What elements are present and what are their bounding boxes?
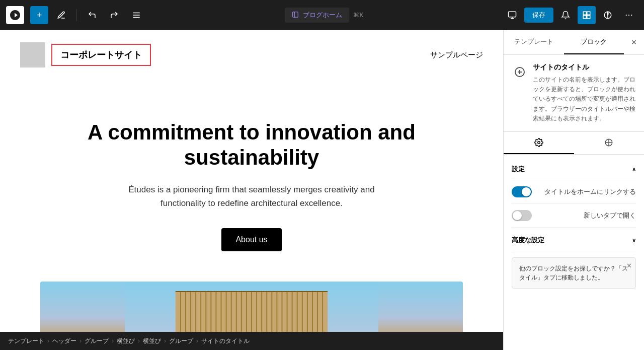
block-editor-button[interactable]	[578, 6, 596, 24]
url-text: ブログホーム	[303, 11, 342, 20]
svg-rect-5	[509, 12, 516, 17]
site-title[interactable]: コーポレートサイト	[51, 44, 151, 66]
tooltip-text: 他のブロック設定をお探しですか？「スタイル」タブに移動しました。	[519, 265, 628, 281]
block-info-text: サイトのタイトル このサイトの名前を表示します。ブロックを更新すると、ブロックが…	[533, 63, 636, 123]
divider-1	[76, 9, 77, 21]
advanced-chevron-icon	[632, 236, 636, 244]
new-tab-label: 新しいタブで開く	[584, 211, 636, 220]
panel-close-button[interactable]: ×	[624, 30, 644, 54]
hero-description: Études is a pioneering firm that seamles…	[111, 183, 392, 210]
link-home-label: タイトルをホームにリンクする	[544, 187, 636, 196]
notification-button[interactable]	[556, 6, 575, 24]
breadcrumb-site-title[interactable]: サイトのタイトル	[201, 337, 250, 345]
settings-section-header[interactable]: 設定	[512, 159, 636, 180]
add-block-button[interactable]: +	[30, 6, 48, 24]
toggle-knob	[522, 187, 531, 196]
settings-section: 設定 タイトルをホームにリンクする 新しいタブで開く	[512, 159, 636, 228]
breadcrumb-horizontal2[interactable]: 横並び	[143, 337, 161, 345]
block-info: サイトのタイトル このサイトの名前を表示します。ブロックを更新すると、ブロックが…	[512, 63, 636, 123]
more-options-button[interactable]	[620, 6, 638, 24]
svg-point-13	[626, 15, 627, 16]
canvas-content: コーポレートサイト サンプルページ A commitment to innova…	[0, 30, 503, 350]
breadcrumb-template[interactable]: テンプレート	[8, 337, 44, 345]
site-logo-area: コーポレートサイト	[20, 42, 151, 67]
svg-rect-11	[587, 16, 590, 19]
main-layout: コーポレートサイト サンプルページ A commitment to innova…	[0, 30, 644, 350]
block-title: サイトのタイトル	[533, 63, 636, 72]
settings-chevron-icon	[632, 165, 636, 173]
new-tab-toggle[interactable]	[512, 210, 532, 221]
hero-section: A commitment to innovation and sustainab…	[0, 80, 503, 282]
list-view-button[interactable]	[127, 6, 145, 24]
nav-sample-page[interactable]: サンプルページ	[430, 50, 483, 60]
tab-block[interactable]: ブロック	[564, 30, 624, 54]
toolbar-center: ブログホーム ⌘K	[149, 8, 499, 23]
svg-rect-9	[587, 12, 590, 15]
breadcrumb-horizontal1[interactable]: 横並び	[117, 337, 135, 345]
wp-logo[interactable]	[6, 6, 24, 24]
about-us-button[interactable]: About us	[221, 228, 281, 251]
settings-tab[interactable]	[504, 132, 574, 154]
panel-tabs: テンプレート ブロック ×	[504, 30, 644, 55]
url-shortcut: ⌘K	[353, 12, 363, 19]
style-tab[interactable]	[574, 132, 645, 154]
link-home-row: タイトルをホームにリンクする	[512, 180, 636, 204]
canvas-area: コーポレートサイト サンプルページ A commitment to innova…	[0, 30, 503, 350]
toolbar-right: 保存	[503, 6, 638, 24]
right-panel: テンプレート ブロック × サイトのタイトル このサイトの名前を表示します。ブロ…	[503, 30, 644, 350]
svg-rect-8	[583, 12, 586, 15]
breadcrumb-header[interactable]: ヘッダー	[52, 337, 76, 345]
hero-title: A commitment to innovation and sustainab…	[20, 120, 483, 171]
site-title-icon	[512, 64, 528, 80]
tooltip-close-button[interactable]: ×	[627, 262, 631, 270]
url-bar[interactable]: ブログホーム	[285, 8, 349, 23]
advanced-label: 高度な設定	[512, 236, 544, 245]
desktop-view-button[interactable]	[503, 6, 521, 24]
svg-point-15	[631, 15, 632, 16]
link-home-toggle[interactable]	[512, 186, 532, 197]
svg-point-14	[628, 15, 629, 16]
svg-rect-3	[293, 12, 298, 17]
new-tab-row: 新しいタブで開く	[512, 204, 636, 228]
site-header: コーポレートサイト サンプルページ	[0, 30, 503, 80]
breadcrumb-group2[interactable]: グループ	[169, 337, 193, 345]
url-icon	[292, 11, 299, 20]
redo-button[interactable]	[105, 6, 123, 24]
svg-rect-10	[583, 16, 586, 19]
toggle-knob-2	[513, 211, 522, 220]
undo-button[interactable]	[83, 6, 101, 24]
save-button[interactable]: 保存	[524, 8, 553, 23]
theme-toggle-button[interactable]	[599, 6, 617, 24]
main-toolbar: + ブログホーム ⌘K 保存	[0, 0, 644, 30]
advanced-settings-header[interactable]: 高度な設定	[512, 230, 636, 251]
breadcrumb: テンプレート › ヘッダー › グループ › 横並び › 横並び › グループ …	[0, 332, 503, 350]
panel-body: サイトのタイトル このサイトの名前を表示します。ブロックを更新すると、ブロックが…	[504, 55, 644, 297]
breadcrumb-group1[interactable]: グループ	[85, 337, 109, 345]
svg-point-51	[538, 142, 540, 144]
tab-template[interactable]: テンプレート	[504, 30, 564, 54]
tooltip-banner: × 他のブロック設定をお探しですか？「スタイル」タブに移動しました。	[512, 257, 636, 289]
settings-label: 設定	[512, 165, 525, 174]
logo-image	[20, 42, 45, 67]
block-desc: このサイトの名前を表示します。ブロックを更新すると、ブロックが使われているすべて…	[533, 75, 636, 123]
panel-icon-tabs	[504, 131, 644, 155]
design-button[interactable]	[52, 6, 70, 24]
